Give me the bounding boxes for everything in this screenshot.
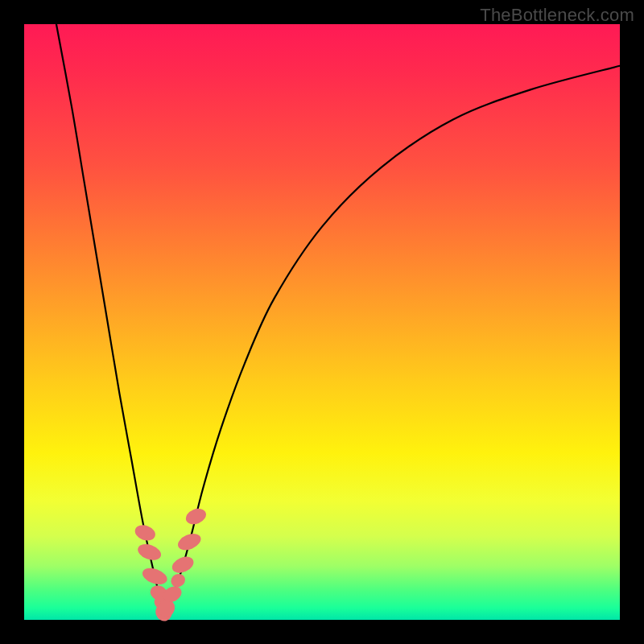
curve-marker-group — [133, 506, 208, 623]
curve-marker — [133, 522, 158, 543]
watermark-text: TheBottleneck.com — [480, 5, 634, 26]
curve-marker — [140, 565, 169, 588]
curve-marker — [169, 572, 188, 589]
curve-marker — [135, 541, 163, 563]
chart-gradient-background — [24, 24, 620, 620]
curve-left-branch — [56, 24, 164, 614]
curve-right-branch — [164, 66, 620, 614]
bottleneck-curve-chart — [24, 24, 620, 620]
curve-marker — [175, 530, 204, 553]
curve-marker — [170, 554, 196, 576]
curve-marker — [184, 506, 208, 526]
